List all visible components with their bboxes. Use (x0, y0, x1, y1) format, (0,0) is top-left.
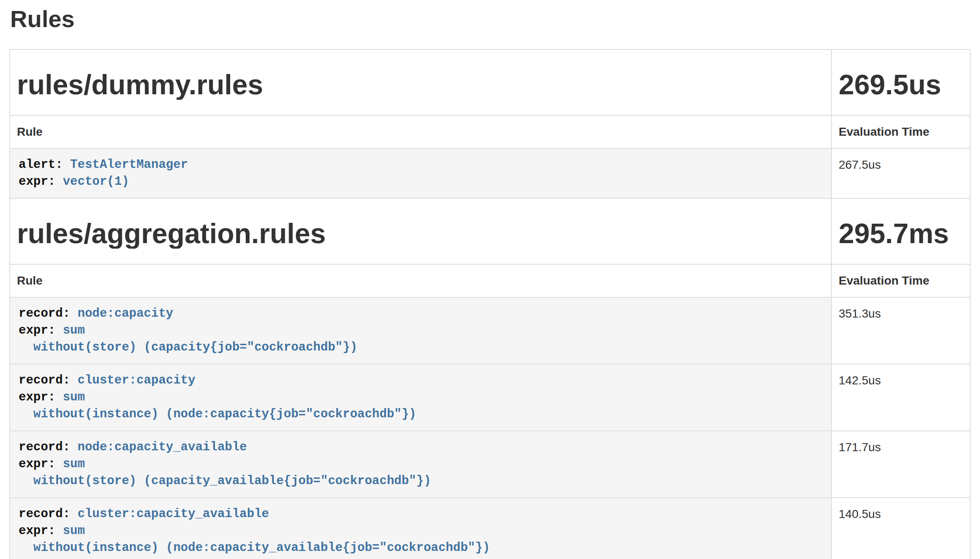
column-header-eval: Evaluation Time (831, 264, 970, 297)
page-title: Rules (10, 6, 971, 32)
rule-link[interactable]: without(instance) (node:capacity_availab… (19, 541, 490, 555)
rule-link[interactable]: without(store) (capacity_available{job="… (19, 474, 431, 488)
rule-evaluation-time: 267.5us (831, 148, 970, 198)
rule-code-cell: record: cluster:capacity_available expr:… (10, 498, 831, 559)
rule-group-eval-cell: 295.7ms (831, 198, 970, 264)
rules-page: Rules rules/dummy.rules269.5usRuleEvalua… (0, 6, 980, 559)
code-label: record: (19, 440, 77, 454)
code-label: record: (19, 373, 77, 387)
rule-code-cell: record: cluster:capacity expr: sum witho… (10, 364, 831, 431)
rule-group-evaluation-time: 269.5us (839, 69, 963, 100)
rule-evaluation-time: 351.3us (831, 297, 970, 364)
rule-group-header-row: rules/aggregation.rules295.7ms (10, 198, 970, 264)
rule-link[interactable]: node:capacity_available (77, 440, 247, 454)
column-header-row: RuleEvaluation Time (10, 264, 970, 297)
rule-row: record: cluster:capacity_available expr:… (10, 498, 970, 559)
rule-row: record: node:capacity expr: sum without(… (10, 297, 970, 364)
rule-row: alert: TestAlertManager expr: vector(1)2… (10, 148, 970, 198)
rule-link[interactable]: without(instance) (node:capacity{job="co… (19, 407, 416, 421)
code-label: expr: (19, 390, 63, 404)
rule-evaluation-time: 142.5us (831, 364, 970, 431)
rule-code: record: node:capacity expr: sum without(… (19, 305, 823, 356)
rule-evaluation-time: 140.5us (831, 498, 970, 559)
rule-group-name-cell: rules/dummy.rules (10, 49, 831, 115)
rule-group-name: rules/dummy.rules (17, 69, 824, 100)
rule-link[interactable]: cluster:capacity_available (77, 507, 269, 521)
code-label: expr: (19, 323, 63, 337)
rule-link[interactable]: sum (63, 457, 85, 471)
rule-code: record: cluster:capacity_available expr:… (19, 506, 823, 556)
rule-code-cell: record: node:capacity_available expr: su… (10, 431, 831, 498)
rule-link[interactable]: TestAlertManager (70, 158, 188, 172)
column-header-rule: Rule (10, 115, 831, 148)
column-header-rule: Rule (10, 264, 831, 297)
rule-link[interactable]: sum (63, 390, 85, 404)
rule-link[interactable]: sum (63, 524, 85, 538)
rule-link[interactable]: sum (63, 323, 85, 337)
code-label: expr: (19, 457, 63, 471)
rule-link[interactable]: cluster:capacity (77, 373, 195, 387)
rule-link[interactable]: vector(1) (63, 175, 129, 189)
rule-code-cell: alert: TestAlertManager expr: vector(1) (10, 148, 831, 198)
code-label: expr: (19, 524, 63, 538)
code-label: record: (19, 507, 77, 521)
rule-group-eval-cell: 269.5us (831, 49, 970, 115)
rule-group-name: rules/aggregation.rules (17, 218, 824, 249)
code-label: alert: (19, 158, 70, 172)
rule-row: record: node:capacity_available expr: su… (10, 431, 970, 498)
code-label: expr: (19, 175, 63, 189)
rule-code: alert: TestAlertManager expr: vector(1) (19, 156, 823, 190)
rule-group-header-row: rules/dummy.rules269.5us (10, 49, 970, 115)
rules-table: rules/dummy.rules269.5usRuleEvaluation T… (9, 49, 971, 559)
column-header-row: RuleEvaluation Time (10, 115, 970, 148)
rule-row: record: cluster:capacity expr: sum witho… (10, 364, 970, 431)
rule-group-name-cell: rules/aggregation.rules (10, 198, 831, 264)
rule-evaluation-time: 171.7us (831, 431, 970, 498)
rule-code: record: cluster:capacity expr: sum witho… (19, 372, 823, 423)
rule-link[interactable]: node:capacity (77, 307, 173, 321)
rule-code-cell: record: node:capacity expr: sum without(… (10, 297, 831, 364)
column-header-eval: Evaluation Time (831, 115, 970, 148)
rule-code: record: node:capacity_available expr: su… (19, 439, 823, 490)
rule-group-evaluation-time: 295.7ms (839, 218, 963, 249)
rule-link[interactable]: without(store) (capacity{job="cockroachd… (19, 340, 358, 354)
code-label: record: (19, 307, 77, 321)
